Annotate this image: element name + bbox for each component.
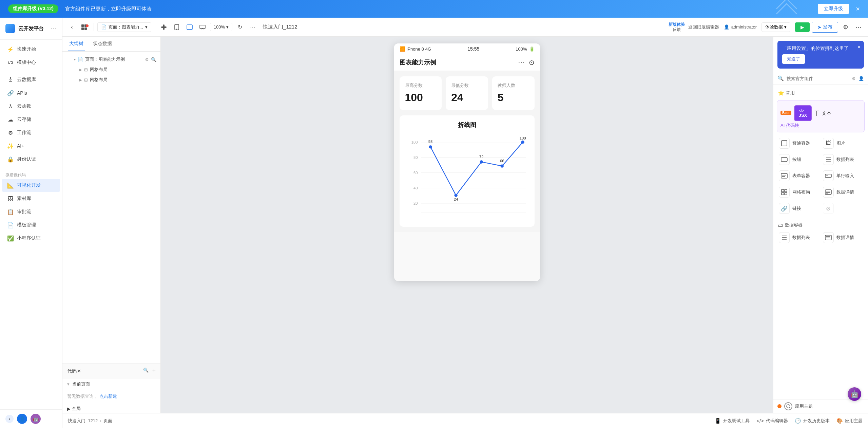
phone-view-button[interactable] (171, 22, 182, 33)
sidebar-collapse-button[interactable]: ‹ (5, 415, 14, 423)
code-icon: </> (756, 418, 764, 424)
signal-icon: 📶 (400, 46, 405, 52)
text-component-icon[interactable]: T (814, 109, 819, 118)
tree-item-page[interactable]: ▾ 📄 页面：图表能力示例 ⚙ 🔍 (62, 54, 160, 64)
comp-item-image[interactable]: 🖼 图片 (821, 135, 865, 151)
comp-item-button[interactable]: 按钮 (777, 151, 821, 168)
sidebar-item-storage[interactable]: ☁ 云存储 (2, 113, 60, 126)
upgrade-button[interactable]: 立即升级 (818, 4, 849, 14)
new-feature-feedback[interactable]: 新版体验 反馈 (669, 22, 685, 32)
notif-close-icon[interactable]: × (856, 5, 860, 13)
chart-title: 折线图 (405, 121, 529, 129)
person-icon[interactable]: 👤 (859, 76, 864, 81)
settings-button[interactable]: ⚙ (840, 22, 851, 33)
sidebar-item-visual[interactable]: 📐 可视化开发 (2, 179, 60, 192)
pc-view-button[interactable] (197, 22, 208, 33)
refresh-button[interactable]: ↻ (234, 22, 245, 33)
comp-item-container[interactable]: 普通容器 (777, 135, 821, 151)
old-editor-button[interactable]: 返回旧版编辑器 (688, 24, 719, 30)
sidebar-item-workflow[interactable]: ⚙ 工作流 (2, 126, 60, 139)
app-theme-button[interactable]: 🎨 应用主题 (836, 418, 863, 424)
code-current-page-header: ▾ 当前页面 (62, 378, 160, 389)
code-add-icon[interactable]: + (152, 368, 156, 375)
more-dots-icon[interactable]: ⋯ (518, 58, 525, 67)
publish-button[interactable]: ➤ 发布 (812, 22, 838, 33)
more-options-button[interactable]: ⋯ (247, 22, 258, 33)
link-comp-icon: 🔗 (779, 203, 790, 214)
toolbar-more-button[interactable]: ⋯ (853, 22, 864, 33)
notif-box-close-icon[interactable]: × (857, 44, 861, 50)
code-search-icon[interactable]: 🔍 (143, 368, 149, 375)
tablet-view-button[interactable] (184, 22, 195, 33)
page-selector[interactable]: 📄 页面：图表能力... ▾ (97, 22, 151, 32)
chart-dot-4 (500, 164, 503, 167)
image-comp-icon: 🖼 (823, 138, 834, 149)
stat-card-min: 最低分数 24 (446, 76, 488, 110)
comp-item-dc-detail[interactable]: 数据详情 (821, 229, 865, 246)
tree-item-grid-1[interactable]: ▶ ⊞ 网格布局 (62, 64, 160, 75)
dot-indicator (86, 24, 89, 27)
breadcrumb-page[interactable]: 页面 (103, 418, 112, 424)
tree-item-grid-2[interactable]: ▶ ⊞ 网格布局 (62, 75, 160, 85)
theme-icon[interactable] (784, 402, 792, 410)
exp-data-button[interactable]: 体验数据 ▾ (761, 22, 790, 32)
code-new-link[interactable]: 点击新建 (99, 394, 117, 399)
robot-avatar[interactable]: 🤖 (31, 414, 41, 424)
settings-gear-icon[interactable]: ⚙ (145, 57, 149, 62)
chart-line (430, 142, 523, 196)
app-theme-label: 应用主题 (795, 403, 813, 409)
debug-tools-button[interactable]: 📱 开发调试工具 (715, 418, 750, 424)
stat-min-label: 最低分数 (451, 82, 483, 89)
run-button[interactable]: ▶ (795, 22, 810, 32)
sidebar-item-functions[interactable]: λ 云函数 (2, 100, 60, 113)
sidebar-item-quick-start[interactable]: ⚡ 快速开始 (2, 43, 60, 56)
sidebar-item-template[interactable]: 🗂 模板中心 (2, 56, 60, 69)
search-tree-icon[interactable]: 🔍 (151, 57, 156, 62)
chart-dot-1 (429, 145, 432, 148)
comp-item-input[interactable]: 单行输入 (821, 168, 865, 184)
component-panel-button[interactable] (79, 22, 90, 33)
sidebar-item-tmpl-mgr[interactable]: 📄 模板管理 (2, 219, 60, 231)
sidebar-item-mini-cert[interactable]: ✅ 小程序认证 (2, 232, 60, 245)
ai-jsx-block[interactable]: </> JSX (794, 105, 812, 121)
left-sidebar: 云开发平台 ⋯ ⚡ 快速开始 🗂 模板中心 🗄 云数据库 🔗 (0, 18, 62, 428)
right-panel-footer: 应用主题 (773, 399, 868, 413)
tree-item-grid1-label: 网格布局 (90, 67, 108, 73)
back-button[interactable]: ‹ (66, 22, 77, 33)
ai-robot-button[interactable]: 🤖 (848, 387, 861, 401)
code-global-section[interactable]: ▶ 全局 (62, 404, 160, 413)
sidebar-menu-icon[interactable]: ⋯ (51, 25, 57, 32)
zoom-selector[interactable]: 100% ▾ (210, 23, 232, 31)
sidebar-item-apis[interactable]: 🔗 APIs (2, 87, 60, 99)
sidebar-item-auth[interactable]: 🔒 身份认证 (2, 153, 60, 166)
sidebar-item-ai[interactable]: ✨ AI+ (2, 139, 60, 152)
sidebar-item-label: AI+ (17, 143, 24, 149)
code-editor-button[interactable]: </> 代码编辑器 (756, 418, 788, 424)
sidebar-item-db[interactable]: 🗄 云数据库 (2, 73, 60, 86)
comp-item-form[interactable]: 表单容器 (777, 168, 821, 184)
sidebar-item-approval[interactable]: 📋 审批流 (2, 205, 60, 218)
add-button[interactable] (158, 22, 169, 33)
search-input[interactable] (787, 76, 849, 81)
comp-item-data-detail[interactable]: 数据详情 (821, 184, 865, 200)
app-settings-notif: 「应用设置」的位置挪到这里了 × 知道了 (777, 41, 864, 69)
history-button[interactable]: 🕐 开发历史版本 (795, 418, 830, 424)
sidebar-divider-2 (5, 168, 57, 168)
settings-icon[interactable]: ⚙ (852, 76, 856, 81)
mini-cert-icon: ✅ (7, 235, 14, 241)
notif-box-confirm-button[interactable]: 知道了 (782, 54, 805, 64)
publish-icon: ➤ (817, 24, 822, 30)
user-menu[interactable]: 👤 administrator (724, 24, 757, 30)
comp-item-link[interactable]: 🔗 链接 (777, 200, 821, 217)
comp-item-dc-list[interactable]: 数据列表 (777, 229, 821, 246)
record-icon[interactable]: ⊙ (529, 58, 535, 67)
sidebar-item-assets[interactable]: 🖼 素材库 (2, 192, 60, 205)
user-avatar[interactable]: 👤 (17, 414, 27, 424)
tab-outline[interactable]: 大纲树 (68, 37, 85, 51)
tab-state-data[interactable]: 状态数据 (92, 37, 113, 51)
comp-item-grid[interactable]: 网格布局 (777, 184, 821, 200)
line-chart-svg: 100 80 60 40 20 (405, 133, 529, 221)
breadcrumb-project[interactable]: 快速入门_1212 (68, 418, 98, 424)
comp-item-data-list[interactable]: 数据列表 (821, 151, 865, 168)
comp-row-link: 🔗 链接 ⊘ (773, 200, 868, 217)
